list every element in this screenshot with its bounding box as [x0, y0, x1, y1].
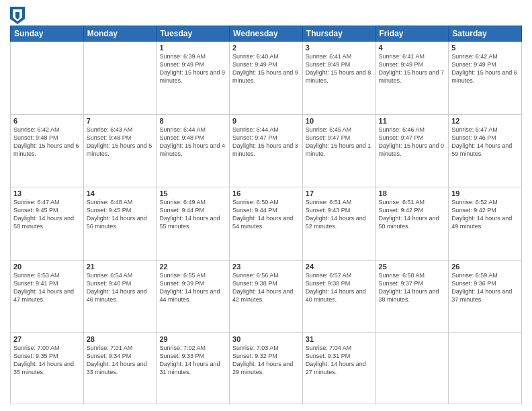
day-info: Sunrise: 6:54 AM Sunset: 9:40 PM Dayligh…	[87, 271, 154, 304]
day-info: Sunrise: 6:59 AM Sunset: 9:36 PM Dayligh…	[451, 271, 519, 304]
calendar-cell: 18Sunrise: 6:51 AM Sunset: 9:42 PM Dayli…	[375, 187, 449, 261]
calendar-cell: 8Sunrise: 6:44 AM Sunset: 9:48 PM Daylig…	[157, 114, 230, 187]
day-info: Sunrise: 7:04 AM Sunset: 9:31 PM Dayligh…	[306, 344, 373, 377]
day-info: Sunrise: 6:44 AM Sunset: 9:48 PM Dayligh…	[159, 126, 226, 158]
calendar-cell: 17Sunrise: 6:51 AM Sunset: 9:43 PM Dayli…	[302, 187, 375, 261]
calendar-cell: 5Sunrise: 6:42 AM Sunset: 9:49 PM Daylig…	[449, 42, 522, 115]
calendar-week-row: 13Sunrise: 6:47 AM Sunset: 9:45 PM Dayli…	[11, 187, 522, 261]
calendar-cell: 24Sunrise: 6:57 AM Sunset: 9:38 PM Dayli…	[302, 260, 375, 333]
calendar-cell	[375, 333, 449, 404]
day-info: Sunrise: 6:42 AM Sunset: 9:49 PM Dayligh…	[451, 52, 519, 85]
day-info: Sunrise: 6:49 AM Sunset: 9:44 PM Dayligh…	[159, 198, 226, 231]
day-info: Sunrise: 6:51 AM Sunset: 9:43 PM Dayligh…	[306, 198, 373, 231]
calendar-cell: 26Sunrise: 6:59 AM Sunset: 9:36 PM Dayli…	[449, 260, 522, 333]
day-number: 17	[306, 189, 373, 197]
day-number: 27	[13, 335, 81, 343]
day-info: Sunrise: 7:03 AM Sunset: 9:32 PM Dayligh…	[232, 344, 300, 377]
calendar-cell: 7Sunrise: 6:43 AM Sunset: 9:48 PM Daylig…	[83, 114, 157, 187]
day-info: Sunrise: 6:52 AM Sunset: 9:42 PM Dayligh…	[451, 198, 519, 231]
calendar-cell	[449, 333, 522, 404]
calendar-cell: 22Sunrise: 6:55 AM Sunset: 9:39 PM Dayli…	[157, 260, 230, 333]
calendar-cell: 4Sunrise: 6:41 AM Sunset: 9:49 PM Daylig…	[375, 42, 449, 115]
calendar-cell: 6Sunrise: 6:42 AM Sunset: 9:48 PM Daylig…	[11, 114, 84, 187]
day-number: 24	[306, 263, 373, 271]
day-number: 28	[87, 335, 154, 343]
weekday-header: Tuesday	[157, 26, 230, 42]
day-info: Sunrise: 6:55 AM Sunset: 9:39 PM Dayligh…	[159, 271, 226, 304]
calendar-cell: 28Sunrise: 7:01 AM Sunset: 9:34 PM Dayli…	[83, 333, 157, 404]
calendar: SundayMondayTuesdayWednesdayThursdayFrid…	[10, 26, 522, 404]
weekday-header: Monday	[83, 26, 157, 42]
header	[10, 7, 522, 21]
day-info: Sunrise: 6:41 AM Sunset: 9:49 PM Dayligh…	[379, 52, 446, 85]
weekday-header-row: SundayMondayTuesdayWednesdayThursdayFrid…	[11, 26, 522, 42]
calendar-cell: 9Sunrise: 6:44 AM Sunset: 9:47 PM Daylig…	[230, 114, 303, 187]
calendar-cell	[11, 42, 84, 115]
calendar-cell	[83, 42, 157, 115]
day-number: 14	[87, 189, 154, 197]
day-number: 6	[13, 117, 81, 125]
day-info: Sunrise: 6:40 AM Sunset: 9:49 PM Dayligh…	[232, 52, 300, 85]
day-number: 20	[13, 263, 81, 271]
calendar-week-row: 6Sunrise: 6:42 AM Sunset: 9:48 PM Daylig…	[11, 114, 522, 187]
calendar-cell: 1Sunrise: 6:39 AM Sunset: 9:49 PM Daylig…	[157, 42, 230, 115]
day-number: 9	[232, 117, 300, 125]
day-info: Sunrise: 6:39 AM Sunset: 9:49 PM Dayligh…	[159, 52, 226, 85]
day-info: Sunrise: 6:47 AM Sunset: 9:46 PM Dayligh…	[451, 126, 519, 158]
day-number: 13	[13, 189, 81, 197]
weekday-header: Thursday	[302, 26, 375, 42]
day-info: Sunrise: 6:56 AM Sunset: 9:38 PM Dayligh…	[232, 271, 300, 304]
calendar-week-row: 1Sunrise: 6:39 AM Sunset: 9:49 PM Daylig…	[11, 42, 522, 115]
logo	[10, 7, 25, 21]
day-info: Sunrise: 6:45 AM Sunset: 9:47 PM Dayligh…	[306, 126, 373, 158]
calendar-cell: 15Sunrise: 6:49 AM Sunset: 9:44 PM Dayli…	[157, 187, 230, 261]
weekday-header: Sunday	[11, 26, 84, 42]
day-number: 31	[306, 335, 373, 343]
calendar-cell: 14Sunrise: 6:48 AM Sunset: 9:45 PM Dayli…	[83, 187, 157, 261]
day-number: 21	[87, 263, 154, 271]
calendar-cell: 11Sunrise: 6:46 AM Sunset: 9:47 PM Dayli…	[375, 114, 449, 187]
day-number: 18	[379, 189, 446, 197]
calendar-cell: 10Sunrise: 6:45 AM Sunset: 9:47 PM Dayli…	[302, 114, 375, 187]
calendar-week-row: 20Sunrise: 6:53 AM Sunset: 9:41 PM Dayli…	[11, 260, 522, 333]
day-info: Sunrise: 6:53 AM Sunset: 9:41 PM Dayligh…	[13, 271, 81, 304]
day-number: 11	[379, 117, 446, 125]
day-info: Sunrise: 7:00 AM Sunset: 9:35 PM Dayligh…	[13, 344, 81, 377]
day-number: 29	[159, 335, 226, 343]
calendar-cell: 21Sunrise: 6:54 AM Sunset: 9:40 PM Dayli…	[83, 260, 157, 333]
day-number: 19	[451, 189, 519, 197]
day-number: 22	[159, 263, 226, 271]
calendar-cell: 13Sunrise: 6:47 AM Sunset: 9:45 PM Dayli…	[11, 187, 84, 261]
day-info: Sunrise: 6:50 AM Sunset: 9:44 PM Dayligh…	[232, 198, 300, 231]
day-info: Sunrise: 6:58 AM Sunset: 9:37 PM Dayligh…	[379, 271, 446, 304]
weekday-header: Friday	[375, 26, 449, 42]
day-number: 4	[379, 44, 446, 52]
calendar-cell: 30Sunrise: 7:03 AM Sunset: 9:32 PM Dayli…	[230, 333, 303, 404]
calendar-cell: 16Sunrise: 6:50 AM Sunset: 9:44 PM Dayli…	[230, 187, 303, 261]
day-number: 16	[232, 189, 300, 197]
day-number: 12	[451, 117, 519, 125]
day-info: Sunrise: 6:48 AM Sunset: 9:45 PM Dayligh…	[87, 198, 154, 231]
logo-icon	[10, 7, 22, 21]
weekday-header: Saturday	[449, 26, 522, 42]
day-number: 30	[232, 335, 300, 343]
calendar-cell: 3Sunrise: 6:41 AM Sunset: 9:49 PM Daylig…	[302, 42, 375, 115]
day-info: Sunrise: 6:43 AM Sunset: 9:48 PM Dayligh…	[87, 126, 154, 158]
calendar-cell: 27Sunrise: 7:00 AM Sunset: 9:35 PM Dayli…	[11, 333, 84, 404]
calendar-cell: 19Sunrise: 6:52 AM Sunset: 9:42 PM Dayli…	[449, 187, 522, 261]
day-info: Sunrise: 6:57 AM Sunset: 9:38 PM Dayligh…	[306, 271, 373, 304]
day-info: Sunrise: 6:46 AM Sunset: 9:47 PM Dayligh…	[379, 126, 446, 158]
day-info: Sunrise: 6:42 AM Sunset: 9:48 PM Dayligh…	[13, 126, 81, 158]
day-number: 15	[159, 189, 226, 197]
day-info: Sunrise: 6:44 AM Sunset: 9:47 PM Dayligh…	[232, 126, 300, 158]
day-info: Sunrise: 7:02 AM Sunset: 9:33 PM Dayligh…	[159, 344, 226, 377]
day-info: Sunrise: 6:47 AM Sunset: 9:45 PM Dayligh…	[13, 198, 81, 231]
calendar-cell: 29Sunrise: 7:02 AM Sunset: 9:33 PM Dayli…	[157, 333, 230, 404]
day-number: 23	[232, 263, 300, 271]
day-number: 7	[87, 117, 154, 125]
page: SundayMondayTuesdayWednesdayThursdayFrid…	[0, 0, 532, 411]
day-number: 3	[306, 44, 373, 52]
day-number: 8	[159, 117, 226, 125]
day-number: 10	[306, 117, 373, 125]
calendar-cell: 31Sunrise: 7:04 AM Sunset: 9:31 PM Dayli…	[302, 333, 375, 404]
